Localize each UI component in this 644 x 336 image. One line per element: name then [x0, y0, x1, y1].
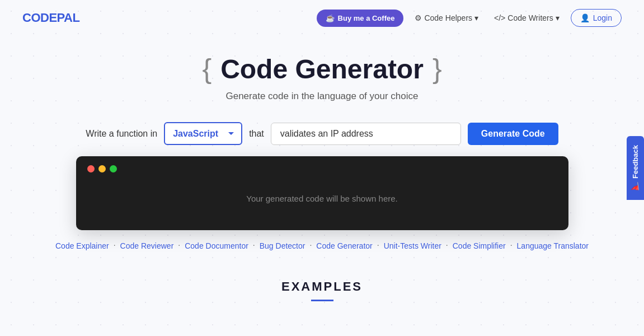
minimize-dot — [98, 165, 106, 172]
separator-4: · — [309, 240, 312, 251]
link-code-simplifier[interactable]: Code Simplifier — [450, 240, 508, 251]
coffee-icon: ☕ — [326, 14, 335, 22]
navbar: CODEPAL ☕ Buy me a Coffee ⚙ Code Helpers… — [0, 0, 644, 36]
login-button[interactable]: 👤 Login — [571, 9, 622, 27]
language-select[interactable]: JavaScript Python Java C++ TypeScript Go… — [164, 122, 242, 145]
separator-2: · — [178, 240, 180, 251]
page-title: { Code Generator } — [202, 53, 441, 85]
logo-pal: PAL — [57, 11, 80, 25]
user-icon: 👤 — [580, 13, 590, 22]
logo-code: CODE — [22, 11, 57, 25]
feedback-tab[interactable]: 🚩 Feedback — [627, 136, 644, 200]
code-placeholder-text: Your generated code will be shown here. — [87, 184, 557, 213]
code-helpers-link[interactable]: ⚙ Code Helpers ▾ — [410, 10, 483, 26]
generate-code-button[interactable]: Generate Code — [468, 123, 558, 145]
generator-input-row: Write a function in JavaScript Python Ja… — [86, 122, 558, 145]
bottom-links: Code Explainer · Code Reviewer · Code Do… — [53, 240, 591, 251]
separator-6: · — [446, 240, 448, 251]
brace-open: { — [202, 53, 211, 85]
code-output-box: Your generated code will be shown here. — [76, 156, 568, 230]
prefix-label: Write a function in — [86, 129, 157, 139]
link-language-translator[interactable]: Language Translator — [515, 240, 591, 251]
chevron-down-icon: ▾ — [474, 13, 478, 22]
maximize-dot — [110, 165, 117, 172]
window-controls — [87, 165, 557, 172]
hero-title-text: Code Generator — [220, 54, 424, 85]
link-code-reviewer[interactable]: Code Reviewer — [118, 240, 176, 251]
buy-coffee-button[interactable]: ☕ Buy me a Coffee — [317, 10, 404, 27]
code-writers-link[interactable]: </> Code Writers ▾ — [490, 10, 564, 26]
logo: CODEPAL — [22, 11, 79, 25]
link-bug-detector[interactable]: Bug Detector — [257, 240, 308, 251]
chevron-down-icon-2: ▾ — [556, 13, 560, 22]
link-code-generator[interactable]: Code Generator — [314, 240, 374, 251]
function-description-input[interactable] — [271, 123, 461, 145]
that-label: that — [249, 129, 264, 139]
link-unit-tests-writer[interactable]: Unit-Tests Writer — [382, 240, 444, 251]
examples-title: EXAMPLES — [281, 279, 363, 294]
examples-underline — [311, 300, 333, 301]
separator-7: · — [510, 240, 513, 251]
brace-close: } — [433, 53, 442, 85]
separator-5: · — [377, 240, 379, 251]
link-code-explainer[interactable]: Code Explainer — [53, 240, 111, 251]
feedback-icon: 🚩 — [631, 182, 640, 191]
gear-icon: ⚙ — [415, 13, 422, 22]
link-code-documentor[interactable]: Code Documentor — [182, 240, 251, 251]
separator-3: · — [253, 240, 255, 251]
examples-section: EXAMPLES — [281, 274, 363, 301]
separator-1: · — [114, 240, 116, 251]
nav-right: ☕ Buy me a Coffee ⚙ Code Helpers ▾ </> C… — [317, 9, 622, 27]
close-dot — [87, 165, 95, 172]
code-icon: </> — [494, 13, 505, 22]
hero-subtitle: Generate code in the language of your ch… — [225, 91, 418, 102]
main-content: { Code Generator } Generate code in the … — [0, 36, 644, 301]
